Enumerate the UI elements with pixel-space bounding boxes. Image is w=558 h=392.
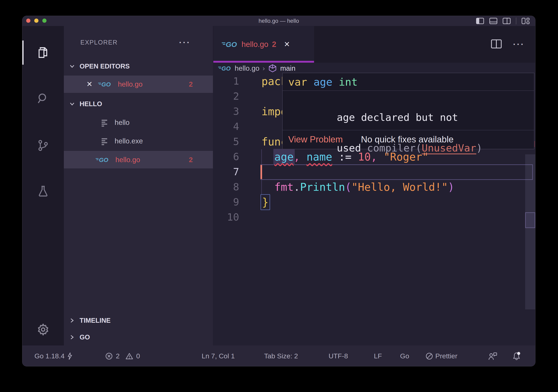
code-token: age — [314, 76, 332, 88]
feedback-icon[interactable] — [488, 346, 497, 366]
hover-message: age declared but not used compiler(Unuse… — [283, 91, 534, 130]
tab-problem-badge: 2 — [272, 40, 276, 49]
toggle-sidebar-icon[interactable] — [476, 18, 484, 24]
tab-filename: hello.go — [242, 40, 268, 49]
code-token: Println — [300, 181, 345, 193]
svg-text:GO: GO — [226, 41, 237, 49]
toggle-panel-icon[interactable] — [489, 18, 497, 24]
explorer-view-icon[interactable] — [22, 41, 64, 65]
svg-text:GO: GO — [221, 65, 231, 71]
split-editor-icon[interactable] — [491, 39, 502, 49]
go-version-item[interactable]: Go 1.18.4 — [35, 346, 73, 366]
open-editors-section-header[interactable]: OPEN EDITORS — [64, 59, 213, 73]
line-number: 3 — [213, 104, 239, 119]
file-name: hello.exe — [115, 137, 143, 145]
go-file-icon: GO — [218, 65, 231, 72]
explorer-actions-icon[interactable]: ··· — [179, 38, 191, 47]
code-token — [262, 151, 274, 163]
toggle-secondary-sidebar-icon[interactable] — [503, 18, 511, 24]
formatter-item[interactable]: Prettier — [425, 346, 457, 366]
activity-bar — [22, 26, 64, 346]
code-token: ( — [345, 181, 351, 193]
source-control-icon[interactable] — [22, 133, 64, 157]
encoding-item[interactable]: UTF-8 — [329, 346, 348, 366]
search-icon[interactable] — [22, 87, 64, 111]
breadcrumb: GO hello.go › main — [213, 63, 535, 74]
line-number: 10 — [213, 210, 239, 225]
problem-count-badge: 2 — [189, 80, 193, 88]
line-number: 5 — [213, 134, 239, 149]
code-token — [332, 76, 339, 88]
prettier-disabled-icon — [425, 352, 433, 360]
breadcrumb-symbol[interactable]: main — [280, 64, 296, 72]
svg-text:GO: GO — [101, 81, 111, 88]
tab-size-item[interactable]: Tab Size: 2 — [264, 346, 298, 366]
cursor-position-item[interactable]: Ln 7, Col 1 — [202, 346, 235, 366]
go-file-icon: GO — [98, 80, 113, 88]
code-line[interactable]: 9} — [213, 195, 535, 210]
line-number: 6 — [213, 149, 239, 164]
scrollbar[interactable] — [525, 154, 535, 309]
window-title: hello.go — hello — [22, 16, 535, 26]
go-section-header[interactable]: GO — [64, 330, 213, 344]
go-file-icon: GO — [222, 40, 238, 49]
problems-item[interactable]: 2 0 — [105, 346, 140, 366]
code-token: . — [294, 181, 300, 193]
breadcrumb-file[interactable]: hello.go — [235, 64, 260, 72]
vscode-window: hello.go — hello — [22, 16, 535, 366]
tab-hello-go[interactable]: GO hello.go 2 ✕ — [213, 26, 314, 63]
settings-gear-icon[interactable] — [22, 317, 64, 342]
lightning-icon — [67, 352, 73, 360]
code-token: } — [261, 194, 270, 210]
problem-count-badge: 2 — [189, 156, 193, 164]
line-number: 4 — [213, 119, 239, 134]
editor-group: GO hello.go 2 ✕ ··· GO hello.go › main — [213, 26, 535, 346]
code-token — [262, 181, 274, 193]
tab-close-icon[interactable]: ✕ — [284, 40, 290, 49]
file-item-hello[interactable]: hello — [64, 114, 213, 131]
explorer-sidebar: EXPLORER ··· OPEN EDITORS ✕ GO hello.go … — [64, 26, 213, 346]
customize-layout-icon[interactable] — [522, 17, 530, 24]
status-bar: Go 1.18.4 2 0 Ln 7, Col 1 Tab Size: 2 UT… — [22, 346, 535, 366]
active-tab-indicator — [213, 61, 314, 63]
breadcrumb-separator: › — [263, 64, 265, 72]
view-problem-link[interactable]: View Problem — [288, 134, 343, 144]
hover-signature: var age int — [283, 73, 534, 91]
testing-beaker-icon[interactable] — [22, 179, 64, 203]
open-editor-filename: hello.go — [118, 80, 143, 88]
code-token: var — [288, 76, 307, 88]
titlebar: hello.go — hello — [22, 16, 535, 26]
symbol-package-icon — [268, 64, 277, 73]
binary-file-icon — [101, 118, 109, 127]
error-hover-tooltip: var age int age declared but not used co… — [282, 73, 534, 149]
errors-icon — [105, 352, 113, 360]
file-item-hello-go[interactable]: GO hello.go 2 — [64, 151, 213, 168]
overview-ruler-cursor-mark — [525, 212, 535, 228]
text-cursor — [261, 165, 262, 179]
folder-section-header[interactable]: HELLO — [64, 97, 213, 111]
line-number: 9 — [213, 195, 239, 210]
open-editor-item-hello-go[interactable]: ✕ GO hello.go 2 — [64, 76, 213, 93]
language-mode-item[interactable]: Go — [400, 346, 409, 366]
close-editor-icon[interactable]: ✕ — [87, 80, 92, 88]
line-number: 1 — [213, 74, 239, 89]
notifications-bell-icon[interactable] — [512, 346, 521, 366]
code-token: fmt — [274, 181, 294, 193]
tab-bar: GO hello.go 2 ✕ ··· — [213, 26, 535, 63]
timeline-section-header[interactable]: TIMELINE — [64, 314, 213, 328]
code-token: ) — [448, 181, 454, 193]
svg-text:GO: GO — [99, 157, 108, 163]
editor-actions-more-icon[interactable]: ··· — [513, 40, 525, 49]
titlebar-separator — [516, 17, 516, 24]
file-item-hello-exe[interactable]: hello.exe — [64, 132, 213, 150]
file-name: hello — [115, 118, 130, 127]
code-token: "Hello, World!" — [351, 181, 448, 193]
code-line[interactable]: 10 — [213, 210, 535, 225]
line-number: 7 — [213, 164, 239, 180]
file-name: hello.go — [115, 156, 140, 164]
line-number: 8 — [213, 180, 239, 195]
code-line[interactable]: 8 fmt.Println("Hello, World!") — [213, 180, 535, 195]
code-token: int — [339, 76, 357, 88]
eol-item[interactable]: LF — [374, 346, 382, 366]
binary-file-icon — [101, 137, 109, 145]
